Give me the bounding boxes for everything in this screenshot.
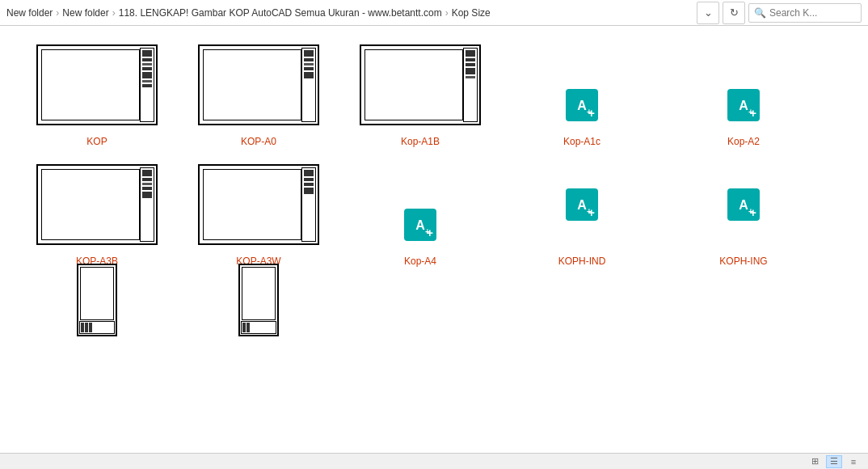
breadcrumb-part-2[interactable]: New folder — [62, 7, 108, 19]
svg-text:A: A — [415, 218, 425, 232]
breadcrumb-sep-2: › — [112, 7, 116, 19]
main-content: KOP KOP-A0 — [0, 26, 868, 453]
file-name: KOP — [86, 136, 107, 147]
cad-preview — [36, 164, 158, 245]
file-name: Kop-A1c — [563, 136, 600, 147]
cad-preview — [198, 44, 319, 125]
file-name: Kop-A4 — [404, 256, 436, 267]
file-name: KOPH-IND — [558, 256, 606, 267]
details-view-button[interactable]: ≡ — [845, 455, 862, 468]
breadcrumb-sep-1: › — [56, 7, 59, 19]
file-grid: KOP KOP-A0 — [16, 34, 852, 362]
list-item[interactable]: A + Kop-A1c — [501, 34, 663, 154]
list-item[interactable]: Kop-A1B — [339, 34, 501, 154]
file-preview-kop-a4: A + — [356, 160, 485, 249]
list-item[interactable]: KOP-A3B — [16, 154, 178, 273]
file-preview-kop-a3w — [194, 160, 323, 249]
file-name: Kop-A1B — [401, 136, 440, 147]
search-box: 🔍 — [748, 3, 862, 23]
breadcrumb-part-4[interactable]: Kop Size — [452, 7, 491, 19]
svg-text:A: A — [577, 198, 587, 212]
list-item[interactable]: KOP-A3W — [178, 154, 339, 273]
search-input[interactable] — [769, 7, 856, 19]
grid-view-button[interactable]: ⊞ — [807, 455, 823, 468]
file-preview-kop-a3b — [32, 160, 162, 249]
list-item[interactable]: A + Kop-A2 — [663, 34, 824, 154]
file-preview-portrait-1 — [32, 264, 162, 353]
file-name: KOPH-ING — [719, 256, 767, 267]
list-item[interactable]: KOP-A0 — [178, 34, 339, 154]
file-preview-kop-a1c: A + — [517, 40, 647, 129]
file-name: KOP-A0 — [241, 136, 276, 147]
svg-text:+: + — [748, 207, 753, 216]
file-preview-koph-ind: A + — [517, 160, 647, 249]
svg-text:A: A — [739, 99, 748, 112]
file-preview-kop-a1b — [356, 40, 485, 129]
autocad-icon: A + — [566, 89, 598, 121]
search-icon: 🔍 — [754, 7, 766, 19]
list-item[interactable]: KOP — [16, 34, 178, 154]
autocad-icon: A + — [566, 188, 598, 221]
breadcrumb-part-1[interactable]: New folder — [6, 7, 53, 19]
file-name: Kop-A2 — [727, 136, 760, 147]
file-preview-koph-ing: A + — [679, 160, 808, 249]
file-preview-portrait-2 — [194, 264, 323, 353]
svg-text:+: + — [587, 108, 592, 116]
list-view-button[interactable]: ☰ — [826, 455, 842, 468]
cad-preview — [198, 164, 319, 245]
address-bar-right: ⌄ ↻ 🔍 — [697, 2, 862, 24]
address-bar: New folder › New folder › 118. LENGKAP! … — [0, 0, 868, 26]
svg-text:A: A — [577, 99, 587, 112]
list-item[interactable] — [16, 257, 178, 362]
list-item[interactable]: A + KOPH-ING — [663, 154, 824, 273]
autocad-icon: A + — [727, 188, 760, 221]
autocad-icon: A + — [404, 209, 436, 241]
svg-text:+: + — [425, 227, 430, 236]
expand-button[interactable]: ⌄ — [697, 2, 719, 24]
list-item[interactable]: A + Kop-A4 — [339, 154, 501, 273]
file-preview-kop — [32, 40, 162, 129]
refresh-button[interactable]: ↻ — [723, 2, 745, 24]
svg-text:+: + — [587, 207, 592, 216]
list-item[interactable]: A + KOPH-IND — [501, 154, 663, 273]
cad-preview-portrait — [238, 264, 279, 336]
status-bar: ⊞ ☰ ≡ — [0, 453, 868, 469]
file-preview-kop-a0 — [194, 40, 323, 129]
cad-preview-portrait — [77, 264, 117, 336]
breadcrumb-part-3[interactable]: 118. LENGKAP! Gambar KOP AutoCAD Semua U… — [119, 7, 442, 19]
svg-text:A: A — [739, 198, 748, 212]
autocad-icon: A + — [727, 89, 760, 121]
svg-text:+: + — [748, 108, 753, 116]
cad-preview — [36, 44, 158, 125]
list-item[interactable] — [178, 257, 339, 362]
cad-preview — [360, 44, 481, 125]
file-preview-kop-a2: A + — [679, 40, 808, 129]
breadcrumb-sep-3: › — [445, 7, 449, 19]
